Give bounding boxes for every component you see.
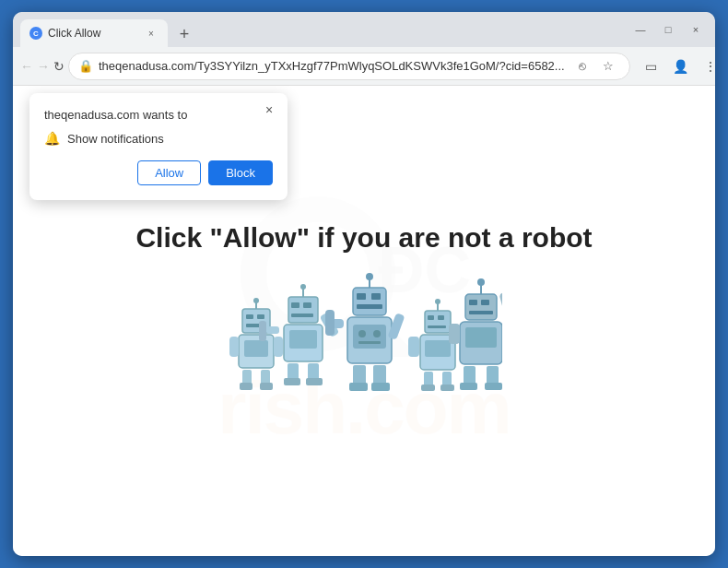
- svg-rect-60: [421, 385, 435, 391]
- svg-rect-39: [353, 325, 386, 349]
- svg-rect-57: [425, 340, 451, 357]
- page-heading: Click "Allow" if you are not a robot: [135, 222, 592, 254]
- svg-rect-10: [244, 340, 268, 357]
- svg-rect-13: [240, 383, 252, 390]
- svg-rect-17: [288, 297, 318, 323]
- svg-rect-29: [266, 326, 279, 334]
- svg-point-40: [358, 330, 366, 337]
- popup-title: theqenadusa.com wants to: [44, 108, 273, 122]
- nav-bar: ← → ↻ 🔒 theqenadusa.com/Ty3SYYilzn_yTXxH…: [13, 47, 715, 86]
- address-bar-icons: ⎋ ☆: [570, 54, 620, 78]
- new-tab-button[interactable]: +: [171, 21, 197, 47]
- minimize-button[interactable]: —: [628, 20, 652, 39]
- svg-rect-62: [408, 337, 419, 357]
- svg-rect-54: [438, 315, 444, 320]
- address-bar[interactable]: 🔒 theqenadusa.com/Ty3SYYilzn_yTXxHzgf77P…: [68, 53, 630, 80]
- tab-favicon: C: [29, 27, 42, 40]
- more-button[interactable]: ⋮: [697, 53, 715, 80]
- bell-icon: 🔔: [44, 131, 60, 146]
- svg-rect-27: [284, 378, 300, 385]
- address-text: theqenadusa.com/Ty3SYYilzn_yTXxHzgf77PmW…: [99, 59, 565, 73]
- profile-button[interactable]: 👤: [667, 53, 695, 80]
- popup-close-button[interactable]: ×: [260, 101, 278, 119]
- active-tab[interactable]: C Click Allow ×: [20, 19, 168, 47]
- page-content: ĐC rish.com theqenadusa.com wants to × 🔔…: [13, 86, 715, 556]
- allow-button[interactable]: Allow: [137, 160, 201, 185]
- svg-point-34: [366, 273, 373, 280]
- lock-icon: 🔒: [78, 59, 93, 73]
- svg-rect-61: [440, 385, 454, 391]
- svg-rect-46: [371, 383, 390, 391]
- svg-rect-55: [428, 325, 446, 328]
- svg-rect-64: [465, 294, 497, 320]
- refresh-button[interactable]: ↻: [53, 53, 65, 80]
- popup-buttons: Allow Block: [44, 160, 273, 185]
- browser-window: C Click Allow × + — □ × ← → ↻ 🔒 theqenad…: [13, 12, 715, 556]
- svg-rect-53: [428, 315, 434, 320]
- popup-notification-row: 🔔 Show notifications: [44, 131, 273, 146]
- svg-rect-37: [357, 304, 382, 309]
- svg-rect-6: [246, 314, 253, 319]
- svg-rect-76: [449, 324, 460, 344]
- svg-rect-50: [425, 311, 451, 333]
- svg-rect-22: [291, 314, 313, 317]
- svg-rect-69: [469, 311, 493, 314]
- svg-rect-77: [499, 291, 502, 321]
- tab-close-button[interactable]: ×: [144, 26, 159, 41]
- maximize-button[interactable]: □: [656, 20, 680, 39]
- svg-rect-7: [257, 314, 264, 319]
- svg-rect-15: [229, 337, 239, 357]
- page-main: Click "Allow" if you are not a robot: [13, 222, 715, 420]
- svg-rect-45: [349, 383, 368, 391]
- robots-svg: [226, 272, 502, 420]
- svg-rect-32: [353, 288, 386, 315]
- svg-rect-16: [274, 337, 283, 357]
- svg-point-41: [373, 330, 381, 337]
- popup-notification-text: Show notifications: [67, 132, 164, 146]
- right-nav-icons: ▭ 👤 ⋮: [638, 53, 715, 80]
- svg-rect-74: [460, 383, 477, 390]
- svg-point-5: [253, 298, 259, 303]
- title-bar: C Click Allow × + — □ ×: [13, 12, 715, 47]
- svg-rect-24: [289, 330, 317, 349]
- svg-point-19: [300, 284, 306, 290]
- back-button[interactable]: ←: [20, 53, 33, 80]
- svg-rect-20: [291, 302, 299, 308]
- svg-rect-30: [259, 321, 266, 341]
- bookmark-icon[interactable]: ☆: [596, 54, 620, 78]
- svg-rect-68: [481, 300, 489, 305]
- svg-point-66: [477, 278, 485, 286]
- svg-rect-36: [371, 293, 381, 300]
- window-controls: — □ ×: [628, 20, 708, 39]
- svg-rect-35: [357, 293, 366, 300]
- sidebar-button[interactable]: ▭: [638, 53, 665, 80]
- close-button[interactable]: ×: [684, 20, 708, 39]
- svg-rect-71: [465, 327, 497, 348]
- robots-illustration: [226, 272, 502, 420]
- svg-rect-28: [306, 378, 323, 385]
- svg-point-52: [435, 299, 440, 304]
- forward-button[interactable]: →: [37, 53, 50, 80]
- share-icon[interactable]: ⎋: [570, 54, 594, 78]
- tab-title: Click Allow: [48, 27, 138, 40]
- svg-rect-67: [469, 300, 477, 305]
- tab-area: C Click Allow × +: [20, 12, 625, 47]
- notification-popup: theqenadusa.com wants to × 🔔 Show notifi…: [29, 93, 288, 200]
- block-button[interactable]: Block: [208, 160, 273, 185]
- svg-rect-48: [325, 310, 335, 336]
- svg-rect-42: [358, 341, 381, 344]
- svg-rect-21: [303, 302, 311, 308]
- svg-rect-14: [260, 383, 273, 390]
- svg-rect-75: [485, 383, 502, 390]
